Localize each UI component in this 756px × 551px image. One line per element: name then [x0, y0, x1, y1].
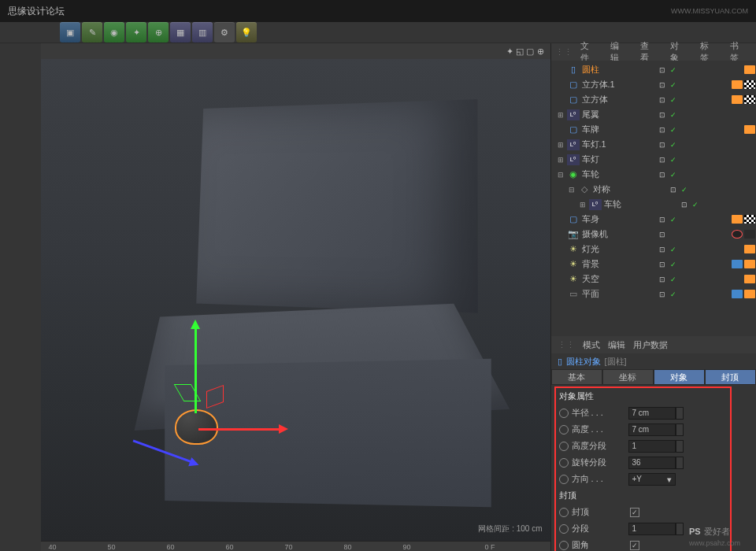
om-item-车身[interactable]: ▢车身⊡✓: [551, 212, 756, 227]
prop-旋转分段[interactable]: 旋转分段36: [551, 454, 756, 471]
viewport-wrapper: ✦ ◱ ▢ ⊕ 网格间距 : 100 cm 405060607080900 F: [41, 43, 550, 551]
transform-gizmo[interactable]: [159, 287, 285, 445]
attr-tab-object[interactable]: 对象: [654, 369, 705, 385]
viewport-header: ✦ ◱ ▢ ⊕: [41, 43, 550, 59]
environment-button[interactable]: ⊕: [148, 22, 169, 43]
section-object-props: 对象属性: [551, 388, 756, 405]
attr-userdata[interactable]: 用户数据: [633, 339, 668, 351]
om-item-背景[interactable]: ☀背景⊡✓: [551, 257, 756, 272]
attr-obj-name: 圆柱对象: [566, 356, 601, 368]
om-item-车灯[interactable]: ⊞L⁰车灯⊡✓: [551, 152, 756, 167]
selected-cylinder[interactable]: [175, 409, 218, 445]
gizmo-xy-plane[interactable]: [206, 385, 224, 409]
cylinder-icon: ▯: [558, 357, 562, 367]
main-area: ✦ ◱ ▢ ⊕ 网格间距 : 100 cm 405060607080900 F: [0, 43, 756, 551]
attr-tab-caps[interactable]: 封顶: [705, 369, 756, 385]
prop-封顶[interactable]: 封顶✓: [551, 504, 756, 520]
gizmo-yz-plane[interactable]: [173, 384, 201, 401]
prop-高度分段[interactable]: 高度分段1: [551, 438, 756, 454]
om-item-圆柱[interactable]: ▯圆柱⊡✓: [551, 62, 756, 77]
left-toolbar: [0, 43, 41, 551]
page-header: 思缘设计论坛 WWW.MISSYUAN.COM: [0, 0, 756, 22]
spline-pen-button[interactable]: ✎: [82, 22, 102, 43]
light-button[interactable]: 💡: [236, 22, 257, 43]
viewport-nav-icons[interactable]: ✦ ◱ ▢ ⊕: [506, 46, 543, 57]
viewport-3d[interactable]: 网格间距 : 100 cm: [41, 59, 550, 541]
om-item-平面[interactable]: ▭平面⊡✓: [551, 287, 756, 301]
om-item-车轮[interactable]: ⊟◉车轮⊡✓: [551, 167, 756, 182]
attr-tab-basic[interactable]: 基本: [551, 369, 602, 385]
om-item-车轮[interactable]: ⊞L⁰车轮⊡✓: [551, 197, 756, 212]
app-window: ▣ ✎ ◉ ✦ ⊕ ▦ ▥ ⚙ 💡 ✦ ◱ ▢ ⊕: [0, 22, 756, 520]
attr-mode[interactable]: 模式: [583, 339, 600, 351]
generator-button[interactable]: ◉: [104, 22, 124, 43]
prop-方向 . . .[interactable]: 方向 . . .+Y▾: [551, 471, 756, 487]
om-item-尾翼[interactable]: ⊞L⁰尾翼⊡✓: [551, 107, 756, 122]
gizmo-x-axis[interactable]: [198, 428, 285, 431]
deformer-button[interactable]: ✦: [126, 22, 146, 43]
floor-button[interactable]: ▦: [170, 22, 191, 43]
om-item-摄像机[interactable]: 📷摄像机⊡: [551, 227, 756, 242]
header-url: WWW.MISSYUAN.COM: [671, 7, 748, 15]
om-item-立方体.1[interactable]: ▢立方体.1⊡✓: [551, 77, 756, 92]
om-item-对称[interactable]: ⊟◇对称⊡✓: [551, 182, 756, 197]
right-panel: ⋮⋮ 文件 编辑 查看 对象 标签 书签 ▯圆柱⊡✓▢立方体.1⊡✓▢立方体⊡✓…: [550, 43, 756, 551]
attr-object-title: ▯ 圆柱对象 [圆柱]: [551, 353, 756, 369]
watermark-url: www.psahz.com: [689, 539, 740, 547]
model-sofa-back: [196, 99, 478, 313]
om-item-车灯.1[interactable]: ⊞L⁰车灯.1⊡✓: [551, 137, 756, 152]
watermark-footer: PS 爱好者 www.psahz.com: [0, 520, 756, 551]
primitive-cube-button[interactable]: ▣: [60, 22, 80, 43]
attr-edit[interactable]: 编辑: [608, 339, 625, 351]
prop-半径 . . .[interactable]: 半径 . . .7 cm: [551, 405, 756, 421]
attr-tabs: 基本 坐标 对象 封顶: [551, 369, 756, 385]
object-manager-tabs: ⋮⋮ 文件 编辑 查看 对象 标签 书签: [551, 43, 756, 61]
om-item-天空[interactable]: ☀天空⊡✓: [551, 272, 756, 287]
om-item-立方体[interactable]: ▢立方体⊡✓: [551, 92, 756, 107]
watermark-logo: PS 爱好者: [689, 523, 740, 538]
prop-高度 . . .[interactable]: 高度 . . .7 cm: [551, 421, 756, 438]
om-item-车牌[interactable]: ▢车牌⊡✓: [551, 122, 756, 137]
header-left: 思缘设计论坛: [8, 5, 65, 18]
attr-obj-hint: [圆柱]: [605, 356, 627, 368]
attr-tab-coord[interactable]: 坐标: [602, 369, 654, 385]
attr-header: ⋮⋮ 模式 编辑 用户数据: [551, 336, 756, 353]
section-caps: 封顶: [551, 487, 756, 504]
camera-button[interactable]: ▥: [192, 22, 213, 43]
object-manager-tree[interactable]: ▯圆柱⊡✓▢立方体.1⊡✓▢立方体⊡✓⊞L⁰尾翼⊡✓▢车牌⊡✓⊞L⁰车灯.1⊡✓…: [551, 61, 756, 336]
om-item-灯光[interactable]: ☀灯光⊡✓: [551, 242, 756, 257]
render-settings-button[interactable]: ⚙: [214, 22, 235, 43]
